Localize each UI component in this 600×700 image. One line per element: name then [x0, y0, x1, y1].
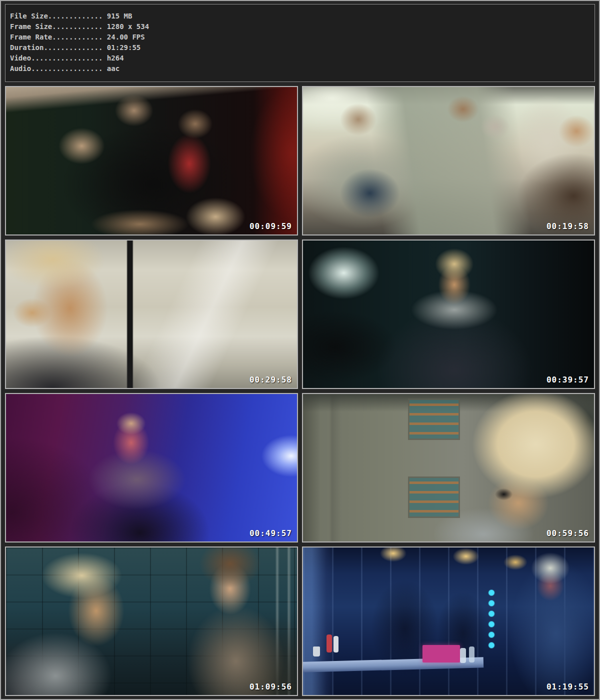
- timestamp-overlay: 00:49:57: [250, 528, 292, 538]
- screenshot-thumb-3: 00:29:58: [5, 240, 298, 389]
- timestamp-overlay: 00:29:58: [250, 375, 292, 384]
- screenshot-thumb-1: 00:09:59: [5, 86, 298, 236]
- timestamp-overlay: 00:59:56: [546, 528, 589, 538]
- screenshot-thumb-2: 00:19:58: [302, 86, 595, 236]
- glowing-dots-decoration: [488, 588, 495, 650]
- screenshot-thumb-7: 01:09:56: [5, 546, 298, 696]
- screenshot-thumb-5: 00:49:57: [5, 393, 298, 542]
- file-info-row-frame-rate: Frame Rate............ 24.00 FPS: [10, 32, 590, 42]
- file-info-panel: File Size............. 915 MB Frame Size…: [5, 4, 595, 82]
- screenshot-collage-page: File Size............. 915 MB Frame Size…: [0, 0, 600, 700]
- cup-decoration: [313, 646, 320, 656]
- timestamp-overlay: 00:09:59: [250, 222, 292, 231]
- bottle-decoration: [469, 646, 474, 662]
- screenshot-thumb-8: 01:19:55: [302, 546, 595, 696]
- door-panel-decoration: [408, 398, 460, 440]
- screenshot-grid: 00:09:59 00:19:58 00:29:58 00:39:57 00:4…: [5, 86, 595, 696]
- file-info-row-audio: Audio................. aac: [10, 64, 590, 74]
- file-info-row-duration: Duration.............. 01:29:55: [10, 42, 590, 53]
- timestamp-overlay: 00:19:58: [546, 222, 589, 231]
- file-info-row-video: Video................. h264: [10, 53, 590, 64]
- screenshot-thumb-4: 00:39:57: [302, 240, 595, 389]
- bottle-decoration: [460, 648, 466, 663]
- file-info-row-frame-size: Frame Size............ 1280 x 534: [10, 22, 590, 32]
- pink-box-decoration: [422, 645, 460, 662]
- timestamp-overlay: 01:19:55: [546, 682, 589, 692]
- timestamp-overlay: 01:09:56: [250, 682, 292, 692]
- screenshot-thumb-6: 00:59:56: [302, 393, 595, 542]
- file-info-row-file-size: File Size............. 915 MB: [10, 11, 590, 22]
- bottle-decoration: [334, 636, 338, 652]
- timestamp-overlay: 00:39:57: [546, 375, 589, 384]
- door-panel-decoration: [408, 476, 460, 518]
- bottle-decoration: [326, 634, 332, 652]
